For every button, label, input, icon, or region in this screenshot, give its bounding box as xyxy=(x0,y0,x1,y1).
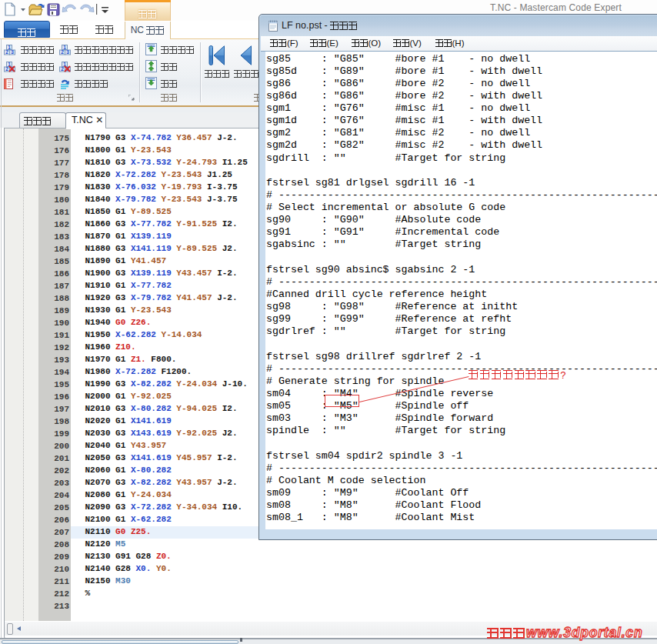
svg-text:2: 2 xyxy=(61,66,64,72)
svg-text:2: 2 xyxy=(61,49,64,55)
svg-text:3: 3 xyxy=(11,49,14,55)
svg-text:2: 2 xyxy=(5,49,8,55)
svg-text:2: 2 xyxy=(5,66,8,72)
svg-text:3: 3 xyxy=(66,49,69,55)
